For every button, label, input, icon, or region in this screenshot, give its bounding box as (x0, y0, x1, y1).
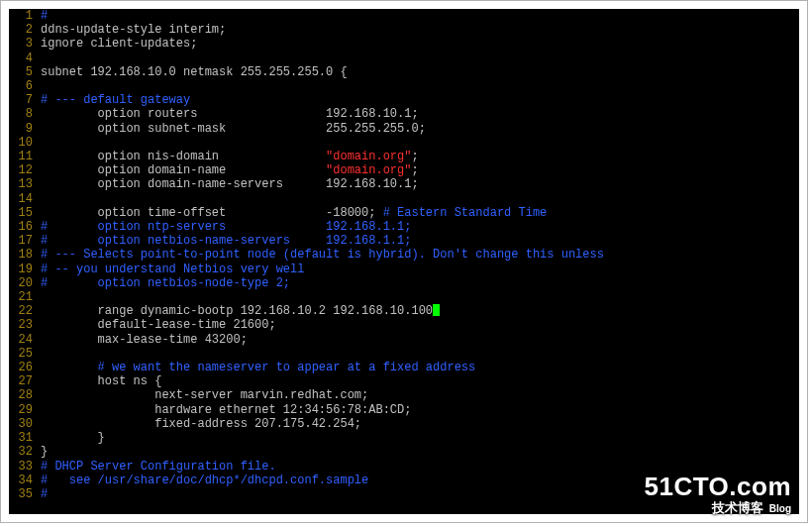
code-line[interactable]: 16# option ntp-servers 192.168.1.1; (9, 220, 799, 234)
code-content[interactable]: fixed-address 207.175.42.254; (41, 417, 799, 431)
line-number: 28 (9, 388, 41, 402)
line-number: 26 (9, 361, 41, 374)
code-line[interactable]: 2ddns-update-style interim; (9, 23, 799, 37)
code-line[interactable]: 21 (9, 290, 799, 304)
code-line[interactable]: 20# option netbios-node-type 2; (9, 276, 799, 290)
code-line[interactable]: 24 max-lease-time 43200; (9, 333, 799, 347)
code-content[interactable]: # DHCP Server Configuration file. (41, 460, 799, 474)
code-segment: subnet 192.168.10.0 netmask 255.255.255.… (41, 65, 348, 79)
code-content[interactable]: # -- you understand Netbios very well (41, 263, 799, 276)
code-segment: # see /usr/share/doc/dhcp*/dhcpd.conf.sa… (41, 474, 368, 487)
line-number: 7 (9, 93, 41, 107)
code-line[interactable]: 15 option time-offset -18000; # Eastern … (9, 206, 799, 220)
code-content[interactable]: option time-offset -18000; # Eastern Sta… (41, 206, 799, 220)
code-content[interactable] (41, 192, 799, 206)
code-content[interactable]: max-lease-time 43200; (41, 333, 799, 347)
line-number: 1 (9, 9, 41, 23)
line-number: 30 (9, 417, 41, 431)
code-line[interactable]: 18# --- Selects point-to-point node (def… (9, 248, 799, 262)
line-number: 23 (9, 318, 41, 332)
terminal-editor[interactable]: 1#2ddns-update-style interim;3ignore cli… (9, 9, 799, 514)
code-line[interactable]: 3ignore client-updates; (9, 37, 799, 51)
code-content[interactable]: # option netbios-name-servers 192.168.1.… (41, 234, 799, 248)
code-content[interactable]: ignore client-updates; (41, 37, 799, 51)
code-content[interactable]: option domain-name-servers 192.168.10.1; (41, 177, 799, 191)
code-line[interactable]: 19# -- you understand Netbios very well (9, 263, 799, 276)
code-line[interactable]: 5subnet 192.168.10.0 netmask 255.255.255… (9, 65, 799, 79)
code-line[interactable]: 4 (9, 52, 799, 65)
code-segment: # --- default gateway (41, 93, 190, 107)
code-content[interactable]: option routers 192.168.10.1; (41, 107, 799, 121)
code-line[interactable]: 6 (9, 79, 799, 93)
code-content[interactable]: next-server marvin.redhat.com; (41, 388, 799, 402)
code-line[interactable]: 7# --- default gateway (9, 93, 799, 107)
code-segment: } (41, 445, 48, 459)
code-line[interactable]: 27 host ns { (9, 374, 799, 388)
code-content[interactable]: host ns { (41, 374, 799, 388)
line-number: 17 (9, 234, 41, 248)
line-number: 6 (9, 79, 41, 93)
line-number: 31 (9, 431, 41, 445)
code-line[interactable]: 35# (9, 487, 799, 501)
code-content[interactable]: } (41, 431, 799, 445)
code-content[interactable] (41, 290, 799, 304)
code-line[interactable]: 31 } (9, 431, 799, 445)
code-content[interactable]: # (41, 9, 799, 23)
code-content[interactable] (41, 79, 799, 93)
code-segment: # option netbios-name-servers 192.168.1.… (41, 234, 411, 248)
line-number: 15 (9, 206, 41, 220)
code-line[interactable]: 33# DHCP Server Configuration file. (9, 460, 799, 474)
code-content[interactable]: option nis-domain "domain.org"; (41, 150, 799, 163)
code-content[interactable]: subnet 192.168.10.0 netmask 255.255.255.… (41, 65, 799, 79)
code-content[interactable]: default-lease-time 21600; (41, 318, 799, 332)
code-content[interactable]: # option ntp-servers 192.168.1.1; (41, 220, 799, 234)
code-segment: # Eastern Standard Time (383, 206, 548, 220)
code-segment: "domain.org" (326, 163, 411, 177)
code-line[interactable]: 32} (9, 445, 799, 459)
code-line[interactable]: 29 hardware ethernet 12:34:56:78:AB:CD; (9, 403, 799, 417)
code-line[interactable]: 23 default-lease-time 21600; (9, 318, 799, 332)
screenshot-frame: 1#2ddns-update-style interim;3ignore cli… (0, 0, 808, 523)
code-line[interactable]: 30 fixed-address 207.175.42.254; (9, 417, 799, 431)
code-segment: # --- Selects point-to-point node (defau… (41, 248, 604, 262)
code-segment: default-lease-time 21600; (41, 318, 276, 332)
code-line[interactable]: 13 option domain-name-servers 192.168.10… (9, 177, 799, 191)
code-content[interactable]: # see /usr/share/doc/dhcp*/dhcpd.conf.sa… (41, 474, 799, 487)
code-content[interactable] (41, 347, 799, 361)
code-segment: ddns-update-style interim; (41, 23, 226, 37)
code-line[interactable]: 11 option nis-domain "domain.org"; (9, 150, 799, 163)
code-content[interactable] (41, 136, 799, 150)
code-segment: # we want the nameserver to appear at a … (98, 361, 476, 374)
code-line[interactable]: 28 next-server marvin.redhat.com; (9, 388, 799, 402)
code-content[interactable]: # --- default gateway (41, 93, 799, 107)
code-line[interactable]: 12 option domain-name "domain.org"; (9, 163, 799, 177)
code-line[interactable]: 1# (9, 9, 799, 23)
line-number: 10 (9, 136, 41, 150)
line-number: 20 (9, 276, 41, 290)
code-line[interactable]: 9 option subnet-mask 255.255.255.0; (9, 122, 799, 136)
code-content[interactable]: ddns-update-style interim; (41, 23, 799, 37)
line-number: 18 (9, 248, 41, 262)
code-segment: option time-offset -18000; (41, 206, 383, 220)
code-line[interactable]: 26 # we want the nameserver to appear at… (9, 361, 799, 374)
code-line[interactable]: 25 (9, 347, 799, 361)
code-content[interactable]: # we want the nameserver to appear at a … (41, 361, 799, 374)
code-content[interactable]: } (41, 445, 799, 459)
code-content[interactable]: hardware ethernet 12:34:56:78:AB:CD; (41, 403, 799, 417)
code-content[interactable]: # (41, 487, 799, 501)
code-line[interactable]: 17# option netbios-name-servers 192.168.… (9, 234, 799, 248)
code-line[interactable]: 34# see /usr/share/doc/dhcp*/dhcpd.conf.… (9, 474, 799, 487)
code-segment: option domain-name-servers 192.168.10.1; (41, 177, 419, 191)
code-content[interactable]: # --- Selects point-to-point node (defau… (41, 248, 799, 262)
code-content[interactable] (41, 52, 799, 65)
line-number: 32 (9, 445, 41, 459)
code-content[interactable]: # option netbios-node-type 2; (41, 276, 799, 290)
code-line[interactable]: 8 option routers 192.168.10.1; (9, 107, 799, 121)
line-number: 9 (9, 122, 41, 136)
code-content[interactable]: option domain-name "domain.org"; (41, 163, 799, 177)
code-line[interactable]: 10 (9, 136, 799, 150)
code-line[interactable]: 14 (9, 192, 799, 206)
code-content[interactable]: range dynamic-bootp 192.168.10.2 192.168… (41, 304, 799, 318)
code-line[interactable]: 22 range dynamic-bootp 192.168.10.2 192.… (9, 304, 799, 318)
code-content[interactable]: option subnet-mask 255.255.255.0; (41, 122, 799, 136)
